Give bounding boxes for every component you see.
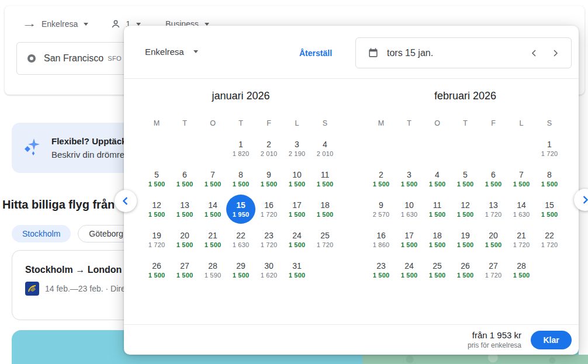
calendar-day[interactable]: 141 630 xyxy=(507,194,535,224)
calendar-day[interactable]: 22 010 xyxy=(255,133,283,164)
empty-day-cell xyxy=(199,133,227,164)
chevron-down-icon xyxy=(84,23,88,26)
calendar-day[interactable]: 141 500 xyxy=(199,194,227,224)
calendar-day[interactable]: 101 630 xyxy=(395,194,423,224)
calendar-day[interactable]: 111 500 xyxy=(311,164,339,194)
calendar-day[interactable]: 51 500 xyxy=(451,164,479,194)
empty-day-cell xyxy=(507,133,535,164)
calendar-day[interactable]: 161 720 xyxy=(255,194,283,224)
calendar-day[interactable]: 271 720 xyxy=(479,255,507,285)
departure-date-field[interactable]: tors 15 jan. xyxy=(355,37,572,68)
done-button[interactable]: Klar xyxy=(531,331,572,349)
empty-day-cell xyxy=(423,133,451,164)
cheap-flights-heading: Hitta billiga flyg från S xyxy=(2,198,126,212)
calendar-day[interactable]: 221 630 xyxy=(227,224,255,255)
calendar-day[interactable]: 91 500 xyxy=(255,164,283,194)
calendar-day[interactable]: 241 500 xyxy=(395,255,423,285)
calendar-day[interactable]: 311 500 xyxy=(283,255,311,285)
carousel-prev-button[interactable] xyxy=(115,190,137,212)
month-title-january: januari 2026 xyxy=(143,90,339,113)
calendar-day[interactable]: 11 820 xyxy=(227,133,255,164)
calendar-day[interactable]: 71 500 xyxy=(507,164,535,194)
calendar-day[interactable]: 131 720 xyxy=(479,194,507,224)
calendar-day[interactable]: 281 500 xyxy=(507,255,535,285)
calendar-day[interactable]: 201 500 xyxy=(171,224,199,255)
next-day-button[interactable] xyxy=(547,44,564,62)
calendar-day[interactable]: 171 500 xyxy=(395,224,423,255)
chip-stockholm[interactable]: Stockholm xyxy=(12,225,71,242)
calendar-day[interactable]: 151 500 xyxy=(535,194,563,224)
date-picker-header: Enkelresa Återställ tors 15 jan. xyxy=(124,26,579,79)
calendar-day[interactable]: 291 500 xyxy=(227,255,255,285)
calendar-day[interactable]: 211 500 xyxy=(199,224,227,255)
calendar-day[interactable]: 61 500 xyxy=(479,164,507,194)
calendar-months: januari 2026 MTOTFLS11 82022 01032 19042… xyxy=(124,90,579,285)
calendar-day[interactable]: 121 500 xyxy=(451,194,479,224)
calendar-day[interactable]: 111 500 xyxy=(423,194,451,224)
weekday-header: M xyxy=(143,113,171,133)
ryanair-logo-icon xyxy=(25,282,39,296)
calendar-day-selected[interactable]: 151 950 xyxy=(227,194,255,224)
trip-type-label: Enkelresa xyxy=(41,19,78,29)
weekday-header: S xyxy=(535,113,563,133)
weekday-header: O xyxy=(199,113,227,133)
calendar-day[interactable]: 11 720 xyxy=(535,133,563,164)
empty-day-cell xyxy=(143,133,171,164)
reset-link[interactable]: Återställ xyxy=(299,48,332,58)
calendar-day[interactable]: 251 720 xyxy=(311,224,339,255)
prev-day-button[interactable] xyxy=(525,44,543,62)
calendar-day[interactable]: 92 570 xyxy=(367,194,395,224)
calendar-day[interactable]: 31 500 xyxy=(395,164,423,194)
calendar-day[interactable]: 61 500 xyxy=(171,164,199,194)
weekday-header: T xyxy=(395,113,423,133)
calendar-day[interactable]: 81 500 xyxy=(535,164,563,194)
calendar-day[interactable]: 231 720 xyxy=(255,224,283,255)
chevron-right-icon xyxy=(581,196,588,204)
departure-date-value: tors 15 jan. xyxy=(387,48,433,58)
banner-title: Flexibel? Upptäck xyxy=(51,136,126,146)
weekday-header: T xyxy=(451,113,479,133)
empty-day-cell xyxy=(171,133,199,164)
calendar-day[interactable]: 21 500 xyxy=(367,164,395,194)
calendar-day[interactable]: 32 190 xyxy=(283,133,311,164)
calendar-day[interactable]: 181 500 xyxy=(423,224,451,255)
calendar-day[interactable]: 71 500 xyxy=(199,164,227,194)
calendar-day[interactable]: 231 500 xyxy=(367,255,395,285)
map-land-area xyxy=(362,355,588,364)
calendar-day[interactable]: 42 010 xyxy=(311,133,339,164)
calendar-day[interactable]: 301 620 xyxy=(255,255,283,285)
date-picker-dialog: Enkelresa Återställ tors 15 jan. januari… xyxy=(124,26,579,355)
calendar-day[interactable]: 131 500 xyxy=(171,194,199,224)
calendar-day[interactable]: 261 500 xyxy=(451,255,479,285)
calendar-day[interactable]: 51 500 xyxy=(143,164,171,194)
calendar-day[interactable]: 121 500 xyxy=(143,194,171,224)
calendar-day[interactable]: 261 500 xyxy=(143,255,171,285)
calendar-day[interactable]: 241 500 xyxy=(283,224,311,255)
calendar-day[interactable]: 271 500 xyxy=(171,255,199,285)
empty-day-cell xyxy=(479,133,507,164)
calendar-day[interactable]: 171 500 xyxy=(283,194,311,224)
calendar-day[interactable]: 161 860 xyxy=(367,224,395,255)
month-grid-february: MTOTFLS11 72021 50031 50041 50051 50061 … xyxy=(367,113,563,285)
calendar-day[interactable]: 181 500 xyxy=(311,194,339,224)
trip-type-dropdown[interactable]: → Enkelresa xyxy=(19,15,94,33)
dialog-trip-type-dropdown[interactable]: Enkelresa xyxy=(145,47,198,57)
calendar-day[interactable]: 81 500 xyxy=(227,164,255,194)
calendar-day[interactable]: 251 500 xyxy=(423,255,451,285)
person-icon xyxy=(110,19,121,29)
calendar-day[interactable]: 221 720 xyxy=(535,224,563,255)
calendar-day[interactable]: 281 590 xyxy=(199,255,227,285)
origin-city: San Francisco xyxy=(44,53,103,64)
origin-chips: Stockholm Göteborg xyxy=(12,225,134,242)
dialog-trip-type-label: Enkelresa xyxy=(145,47,184,57)
empty-day-cell xyxy=(451,133,479,164)
empty-day-cell xyxy=(367,133,395,164)
calendar-day[interactable]: 101 500 xyxy=(283,164,311,194)
calendar-day[interactable]: 201 500 xyxy=(479,224,507,255)
calendar-day[interactable]: 191 720 xyxy=(143,224,171,255)
price-note: pris för enkelresa xyxy=(468,341,521,350)
calendar-day[interactable]: 211 720 xyxy=(507,224,535,255)
calendar-day[interactable]: 191 500 xyxy=(451,224,479,255)
calendar-day[interactable]: 41 500 xyxy=(423,164,451,194)
one-way-arrow-icon: → xyxy=(22,18,37,30)
